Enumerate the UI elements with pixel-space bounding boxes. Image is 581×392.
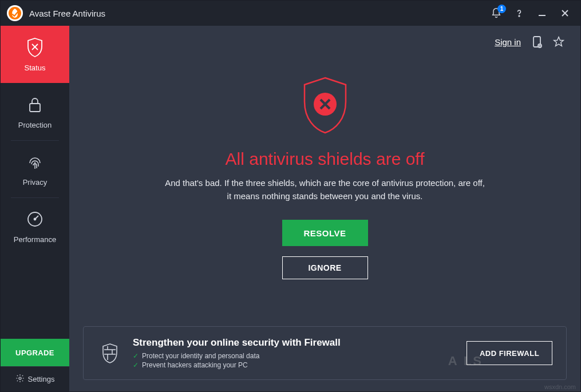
lock-icon [25, 94, 45, 115]
check-icon: ✓ [133, 361, 139, 369]
gauge-icon [25, 209, 45, 229]
bullet-text: Prevent hackers attacking your PC [142, 361, 248, 369]
minimize-button[interactable] [536, 7, 548, 19]
gear-icon [15, 374, 25, 385]
warning-shield-icon [297, 74, 354, 137]
check-icon: ✓ [133, 352, 139, 360]
resolve-button[interactable]: RESOLVE [282, 220, 368, 246]
sidebar-item-label: Privacy [23, 178, 48, 187]
svg-point-2 [519, 15, 520, 17]
minimize-icon [537, 9, 547, 18]
firewall-icon [97, 340, 122, 366]
svg-point-12 [19, 377, 21, 379]
device-icon[interactable] [531, 36, 543, 47]
ignore-button[interactable]: IGNORE [282, 256, 368, 279]
sidebar-item-protection[interactable]: Protection [1, 83, 69, 140]
sign-in-link[interactable]: Sign in [495, 37, 521, 47]
sidebar-item-status[interactable]: Status [1, 26, 69, 83]
upgrade-label: UPGRADE [15, 349, 54, 357]
sidebar-item-label: Protection [18, 121, 52, 129]
sidebar-item-privacy[interactable]: Privacy [1, 140, 69, 197]
status-heading: All antivirus shields are off [226, 149, 425, 169]
svg-rect-8 [30, 104, 40, 112]
star-icon[interactable] [553, 36, 564, 47]
help-button[interactable] [513, 7, 525, 19]
help-icon [513, 7, 525, 19]
avast-logo-icon [4, 2, 26, 24]
titlebar: Avast Free Antivirus 1 [1, 1, 580, 26]
notifications-button[interactable]: 1 [490, 7, 503, 19]
close-button[interactable] [559, 7, 571, 19]
firewall-promo-title: Strengthen your online security with Fir… [133, 337, 467, 349]
fingerprint-icon [25, 152, 45, 172]
firewall-bullet: ✓ Protect your identity and personal dat… [133, 352, 467, 360]
sidebar-item-settings[interactable]: Settings [1, 366, 69, 391]
close-icon [561, 9, 569, 17]
sidebar-item-performance[interactable]: Performance [1, 197, 69, 255]
sidebar-item-label: Performance [14, 235, 56, 244]
sidebar: Status Protection Privacy Performance UP… [1, 26, 69, 391]
firewall-bullet: ✓ Prevent hackers attacking your PC [133, 361, 467, 369]
bullet-text: Protect your identity and personal data [142, 352, 259, 360]
svg-marker-17 [554, 37, 564, 46]
status-description: And that's bad. If the three shields, wh… [165, 177, 485, 203]
add-firewall-button[interactable]: ADD FIREWALL [467, 341, 552, 365]
shield-x-icon [25, 37, 45, 58]
firewall-promo-card: Strengthen your online security with Fir… [83, 326, 567, 380]
top-actions: Sign in [69, 26, 580, 58]
sidebar-item-label: Status [25, 64, 46, 72]
app-title: Avast Free Antivirus [29, 9, 490, 18]
settings-label: Settings [28, 375, 55, 383]
upgrade-button[interactable]: UPGRADE [1, 339, 69, 366]
notification-badge: 1 [497, 5, 506, 13]
main-area: Sign in All antivirus shields are off An… [69, 26, 580, 391]
svg-point-11 [34, 218, 36, 220]
